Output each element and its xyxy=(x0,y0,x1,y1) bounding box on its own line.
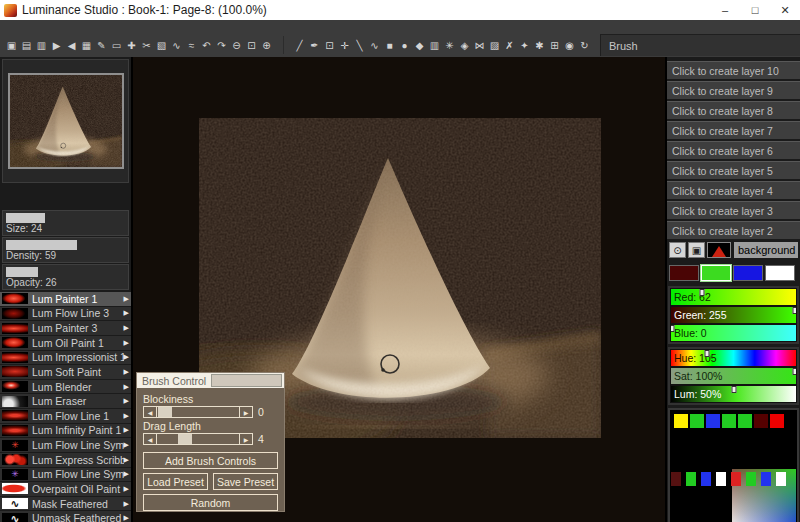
red-slider[interactable]: Red: 62 xyxy=(671,289,796,305)
dither-icon[interactable]: ◈ xyxy=(457,37,472,53)
gradient-icon[interactable]: ▥ xyxy=(427,37,442,53)
wrench-icon[interactable]: ✚ xyxy=(124,37,139,53)
brush-item-lum-painter-3[interactable]: Lum Painter 3▶ xyxy=(0,321,131,335)
clone-icon[interactable]: ⊞ xyxy=(547,37,562,53)
pattern-icon[interactable]: ✳ xyxy=(442,37,457,53)
texture-icon[interactable]: ▨ xyxy=(487,37,502,53)
navigator-preview[interactable] xyxy=(2,59,129,183)
brush-item-lum-oil-paint-1[interactable]: Lum Oil Paint 1▶ xyxy=(0,336,131,350)
chevron-right-icon[interactable]: ▶ xyxy=(124,441,129,449)
undo-icon[interactable]: ↶ xyxy=(199,37,214,53)
layer-slot-6[interactable]: Click to create layer 6 xyxy=(667,141,800,159)
layer-slot-8[interactable]: Click to create layer 8 xyxy=(667,101,800,119)
adjust-b-icon[interactable]: ≈ xyxy=(184,37,199,53)
rotate-canvas-icon[interactable]: ↻ xyxy=(577,37,592,53)
brush-item-lum-eraser[interactable]: Lum Eraser▶ xyxy=(0,394,131,408)
paint-brush-icon[interactable]: ╱ xyxy=(292,37,307,53)
cut-icon[interactable]: ✂ xyxy=(139,37,154,53)
blockiness-track[interactable] xyxy=(157,407,239,417)
brush-item-lum-soft-paint[interactable]: Lum Soft Paint▶ xyxy=(0,365,131,379)
chevron-right-icon[interactable]: ▶ xyxy=(124,412,129,420)
paste-icon[interactable]: ▧ xyxy=(154,37,169,53)
smudge-icon[interactable]: ◉ xyxy=(562,37,577,53)
palette-swatch[interactable] xyxy=(671,472,681,486)
minimize-button[interactable]: – xyxy=(710,0,740,20)
chevron-right-icon[interactable]: ▶ xyxy=(124,485,129,493)
layer-visibility-icon[interactable]: ⊙ xyxy=(669,242,686,258)
layer-save-icon[interactable]: ▣ xyxy=(688,242,705,258)
line-icon[interactable]: ╲ xyxy=(352,37,367,53)
luminance-slider[interactable]: Lum: 50% xyxy=(671,386,796,402)
blue-slider[interactable]: Blue: 0 xyxy=(671,325,796,341)
add-brush-controls-button[interactable]: Add Brush Controls xyxy=(143,452,278,469)
scroll-left-icon[interactable]: ◀ xyxy=(144,434,157,444)
swatch-white[interactable] xyxy=(765,265,795,281)
layer-slot-5[interactable]: Click to create layer 5 xyxy=(667,161,800,179)
chevron-right-icon[interactable]: ▶ xyxy=(124,456,129,464)
palette-swatch[interactable] xyxy=(674,414,688,428)
brush-item-lum-express-scribbler-1[interactable]: Lum Express Scribbler 1▶ xyxy=(0,453,131,467)
chevron-right-icon[interactable]: ▶ xyxy=(124,397,129,405)
dialog-close-button[interactable] xyxy=(211,374,282,387)
palette-swatch[interactable] xyxy=(770,414,784,428)
stamp-icon[interactable]: ✦ xyxy=(517,37,532,53)
brush-item-unmask-feathered[interactable]: Unmask Feathered▶ xyxy=(0,511,131,522)
background-layer-label[interactable]: background xyxy=(734,242,798,258)
blockiness-scrollbar[interactable]: ◀ ▶ xyxy=(143,406,253,418)
zoom-in-icon[interactable]: ⊕ xyxy=(259,37,274,53)
palette-swatch[interactable] xyxy=(731,472,741,486)
crop-icon[interactable]: ⊡ xyxy=(322,37,337,53)
brush-item-lum-flow-line-1[interactable]: Lum Flow Line 1▶ xyxy=(0,409,131,423)
brush-item-lum-flow-line-symmetry-b[interactable]: Lum Flow Line Symmetr▶ xyxy=(0,468,131,482)
palette-swatch[interactable] xyxy=(706,414,720,428)
note-icon[interactable]: ▭ xyxy=(109,37,124,53)
page-settings-icon[interactable]: ▥ xyxy=(34,37,49,53)
scroll-left-icon[interactable]: ◀ xyxy=(144,407,157,417)
eyedropper-icon[interactable]: ✒ xyxy=(307,37,322,53)
background-layer-row[interactable]: ⊙ ▣ background xyxy=(667,241,800,259)
fill-rect-icon[interactable]: ■ xyxy=(382,37,397,53)
lasso-icon[interactable]: ∿ xyxy=(367,37,382,53)
scroll-right-icon[interactable]: ▶ xyxy=(239,434,252,444)
new-page-icon[interactable]: ▤ xyxy=(19,37,34,53)
layer-slot-7[interactable]: Click to create layer 7 xyxy=(667,121,800,139)
fill-diamond-icon[interactable]: ◆ xyxy=(412,37,427,53)
brush-item-lum-impressionist-1[interactable]: Lum Impressionist 1▶ xyxy=(0,351,131,365)
save-preset-button[interactable]: Save Preset xyxy=(213,473,278,490)
palette-swatch[interactable] xyxy=(701,472,711,486)
brush-item-overpaint-oil-paint[interactable]: Overpaint Oil Paint▶ xyxy=(0,482,131,496)
drag-length-track[interactable] xyxy=(157,434,239,444)
layer-slot-2[interactable]: Click to create layer 2 xyxy=(667,221,800,239)
swatch-maroon[interactable] xyxy=(669,265,699,281)
palette-swatch[interactable] xyxy=(754,414,768,428)
palette-swatch[interactable] xyxy=(716,472,726,486)
chevron-right-icon[interactable]: ▶ xyxy=(124,426,129,434)
chevron-right-icon[interactable]: ▶ xyxy=(124,309,129,317)
next-page-icon[interactable]: ▶ xyxy=(49,37,64,53)
shrink-icon[interactable]: ⋈ xyxy=(472,37,487,53)
palette-swatch[interactable] xyxy=(761,472,771,486)
palette-swatch[interactable] xyxy=(686,472,696,486)
load-preset-button[interactable]: Load Preset xyxy=(143,473,208,490)
brush-item-mask-feathered[interactable]: Mask Feathered▶ xyxy=(0,497,131,511)
density-slider[interactable]: Density: 59 xyxy=(2,237,129,263)
green-slider[interactable]: Green: 255 xyxy=(671,307,796,323)
drag-length-scrollbar[interactable]: ◀ ▶ xyxy=(143,433,253,445)
chevron-right-icon[interactable]: ▶ xyxy=(124,470,129,478)
prev-page-icon[interactable]: ◀ xyxy=(64,37,79,53)
swatch-green-selected[interactable] xyxy=(701,265,731,281)
palette-swatch[interactable] xyxy=(722,414,736,428)
chevron-right-icon[interactable]: ▶ xyxy=(124,514,129,522)
brush-item-lum-painter-1[interactable]: Lum Painter 1▶ xyxy=(0,292,131,306)
palette-swatch[interactable] xyxy=(746,472,756,486)
brush-item-lum-infinity-paint-1[interactable]: Lum Infinity Paint 1▶ xyxy=(0,424,131,438)
random-button[interactable]: Random xyxy=(143,494,278,511)
palette-swatch[interactable] xyxy=(776,472,786,486)
chevron-right-icon[interactable]: ▶ xyxy=(124,324,129,332)
layer-thumbnail[interactable] xyxy=(707,242,731,258)
brush-item-lum-flow-line-symmetry-a[interactable]: Lum Flow Line Symmetr▶ xyxy=(0,438,131,452)
drag-length-thumb[interactable] xyxy=(178,434,192,444)
chevron-right-icon[interactable]: ▶ xyxy=(124,383,129,391)
palette-swatch[interactable] xyxy=(738,414,752,428)
chevron-right-icon[interactable]: ▶ xyxy=(124,295,129,303)
